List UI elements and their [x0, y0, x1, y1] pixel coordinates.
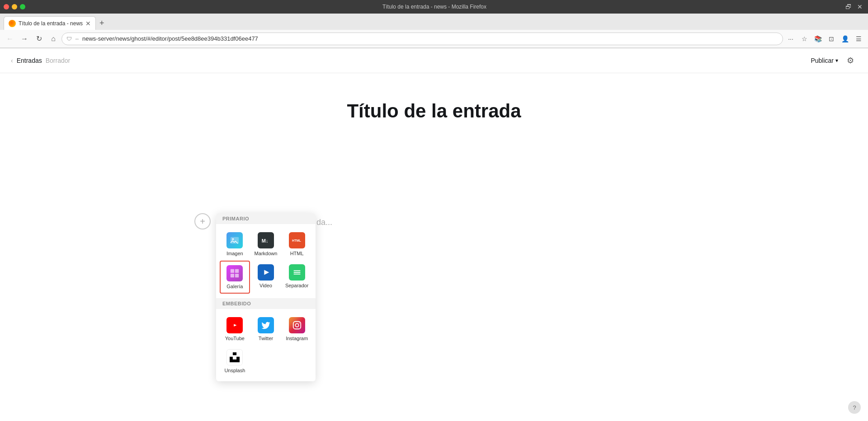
svg-rect-4 [231, 269, 234, 273]
home-button[interactable]: ⌂ [47, 33, 60, 45]
youtube-label: YouTube [225, 336, 245, 341]
block-item-instagram[interactable]: Instagram [282, 313, 312, 345]
block-item-html[interactable]: HTML HTML [282, 229, 312, 260]
tab-favicon [9, 20, 16, 27]
block-menu: PRIMARIO Imagen [216, 213, 316, 381]
forward-button[interactable]: → [18, 33, 31, 45]
svg-rect-6 [231, 274, 234, 277]
add-block-button[interactable]: + [194, 213, 211, 229]
editor-placeholder[interactable]: da... [316, 218, 332, 227]
svg-point-15 [295, 323, 298, 327]
minimize-button[interactable] [12, 4, 17, 9]
chevron-back-icon: ‹ [11, 57, 13, 64]
bookmark-button[interactable]: ☆ [798, 33, 810, 45]
galeria-icon [226, 265, 243, 281]
svg-text:HTML: HTML [292, 239, 301, 243]
twitter-label: Twitter [259, 336, 273, 341]
restore-icon[interactable]: 🗗 [844, 3, 854, 10]
publish-label: Publicar [811, 57, 834, 64]
sync-icon[interactable]: ⊡ [826, 33, 837, 45]
embedded-block-grid: YouTube Twitter [216, 309, 316, 381]
block-insert-wrapper: + PRIMARIO Imagen [194, 213, 316, 381]
menu-icon[interactable]: ☰ [853, 33, 864, 45]
galeria-label: Galería [226, 284, 243, 289]
html-icon: HTML [289, 232, 305, 248]
close-icon[interactable]: ✕ [855, 3, 864, 10]
nav-bar: ← → ↻ ⌂ 🛡 ↔ news-server/news/ghost/#/edi… [0, 30, 868, 48]
instagram-label: Instagram [286, 336, 308, 341]
separador-icon [289, 264, 305, 281]
security-shield-icon: 🛡 [66, 36, 72, 42]
breadcrumb: ‹ Entradas Borrador [11, 57, 70, 64]
block-item-unsplash[interactable]: Unsplash [220, 346, 250, 377]
help-button[interactable]: ? [848, 401, 861, 414]
video-icon [258, 264, 274, 281]
more-button[interactable]: ··· [785, 33, 797, 45]
post-title[interactable]: Título de la entrada [347, 100, 521, 122]
svg-text:M↓: M↓ [262, 238, 269, 243]
embedded-section-label: EMBEBIDO [216, 298, 316, 309]
close-button[interactable] [4, 4, 9, 9]
editor-area: Título de la entrada + PRIMARIO Image [0, 73, 868, 160]
svg-point-1 [232, 238, 234, 240]
markdown-icon: M↓ [258, 232, 274, 248]
new-tab-button[interactable]: + [96, 16, 108, 30]
separador-label: Separador [285, 283, 308, 288]
svg-marker-8 [264, 270, 269, 275]
svg-rect-0 [231, 237, 239, 244]
back-button[interactable]: ← [4, 33, 16, 45]
svg-rect-7 [235, 274, 239, 277]
block-item-imagen[interactable]: Imagen [220, 229, 250, 260]
app-header: ‹ Entradas Borrador Publicar ▾ ⚙ [0, 48, 868, 73]
publish-button[interactable]: Publicar ▾ [811, 57, 838, 64]
twitter-icon [258, 317, 274, 333]
block-item-separador[interactable]: Separador [282, 261, 312, 294]
settings-button[interactable]: ⚙ [844, 54, 857, 67]
header-actions: Publicar ▾ ⚙ [811, 54, 857, 67]
svg-rect-5 [235, 269, 239, 273]
markdown-label: Markdown [255, 251, 278, 256]
youtube-icon [226, 317, 243, 333]
url-display[interactable]: news-server/news/ghost/#/editor/post/5ee… [82, 35, 778, 42]
primary-section-label: PRIMARIO [216, 213, 316, 224]
lock-icon: ↔ [75, 36, 80, 42]
breadcrumb-status: Borrador [46, 57, 70, 64]
svg-rect-14 [293, 322, 301, 329]
svg-point-16 [299, 323, 300, 323]
maximize-button[interactable] [20, 4, 25, 9]
unsplash-icon [226, 349, 243, 365]
tab-title: Título de la entrada - news [19, 20, 83, 27]
tab-bar: Título de la entrada - news ✕ + [0, 14, 868, 30]
entries-link[interactable]: Entradas [17, 57, 42, 64]
nav-actions: ··· ☆ 📚 ⊡ 👤 ☰ [785, 33, 864, 45]
block-item-video[interactable]: Video [251, 261, 281, 294]
account-icon[interactable]: 👤 [839, 33, 851, 45]
html-label: HTML [290, 251, 304, 256]
block-item-markdown[interactable]: M↓ Markdown [251, 229, 281, 260]
imagen-label: Imagen [226, 251, 243, 256]
reload-button[interactable]: ↻ [33, 33, 45, 45]
unsplash-label: Unsplash [224, 368, 245, 373]
tab-close-button[interactable]: ✕ [85, 20, 91, 27]
window-title: Título de la entrada - news - Mozilla Fi… [25, 4, 844, 10]
title-bar: Título de la entrada - news - Mozilla Fi… [0, 0, 868, 14]
publish-chevron-icon: ▾ [835, 57, 838, 64]
block-item-twitter[interactable]: Twitter [251, 313, 281, 345]
address-bar[interactable]: 🛡 ↔ news-server/news/ghost/#/editor/post… [61, 33, 783, 45]
imagen-icon [226, 232, 243, 248]
browser-tab[interactable]: Título de la entrada - news ✕ [4, 16, 96, 30]
block-item-galeria[interactable]: Galería [220, 261, 250, 294]
bookmarks-icon[interactable]: 📚 [812, 33, 824, 45]
instagram-icon [289, 317, 305, 333]
primary-block-grid: Imagen M↓ Markdown HTML [216, 224, 316, 298]
window-right-controls[interactable]: 🗗 ✕ [844, 3, 864, 10]
block-item-youtube[interactable]: YouTube [220, 313, 250, 345]
window-controls[interactable] [4, 4, 25, 9]
video-label: Video [259, 283, 272, 288]
